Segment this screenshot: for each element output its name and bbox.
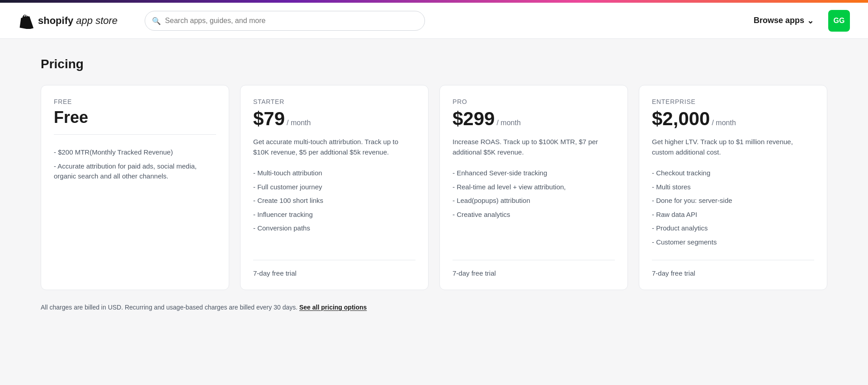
plan-price-amount: $299: [453, 108, 495, 130]
feature-item: - Create 100 short links: [253, 194, 415, 208]
feature-item: - Creative analytics: [453, 208, 615, 222]
feature-item: - $200 MTR(Monthly Tracked Revenue): [54, 146, 216, 160]
page-title: Pricing: [41, 57, 827, 71]
feature-item: - Product analytics: [652, 221, 814, 235]
search-icon: 🔍: [152, 16, 161, 25]
feature-item: - Multi-touch attribution: [253, 166, 415, 180]
main-content: Pricing FREE Free - $200 MTR(Monthly Tra…: [14, 39, 854, 329]
plan-trial: 7-day free trial: [453, 260, 615, 277]
plan-price: Free: [54, 108, 216, 127]
feature-item: - Lead(popups) attribution: [453, 194, 615, 208]
card-divider: [54, 134, 216, 135]
plan-price-row: $299 / month: [453, 108, 615, 130]
plan-card-pro: Pro $299 / month Increase ROAS. Track up…: [439, 85, 628, 290]
search-bar: 🔍: [145, 11, 425, 31]
header-actions: Browse apps ⌄ GG: [748, 10, 850, 32]
plan-description: Get higher LTV. Track up to $1 million r…: [652, 137, 814, 157]
plan-features: - Checkout tracking - Multi stores - Don…: [652, 166, 814, 249]
plan-price-row: $2,000 / month: [652, 108, 814, 130]
logo-italic: app store: [76, 15, 118, 26]
pricing-footer-note: All charges are billed in USD. Recurring…: [41, 304, 827, 311]
feature-item: - Done for you: server-side: [652, 194, 814, 208]
plan-price-row: $79 / month: [253, 108, 415, 130]
site-header: shopify app store 🔍 Browse apps ⌄ GG: [0, 3, 868, 39]
feature-item: - Accurate attribution for paid ads, soc…: [54, 160, 216, 183]
plan-price-period: / month: [712, 119, 736, 127]
plan-card-enterprise: Enterprise $2,000 / month Get higher LTV…: [639, 85, 827, 290]
plan-card-free: FREE Free - $200 MTR(Monthly Tracked Rev…: [41, 85, 229, 290]
user-avatar-button[interactable]: GG: [828, 10, 850, 32]
feature-item: - Checkout tracking: [652, 166, 814, 180]
plan-features: - $200 MTR(Monthly Tracked Revenue) - Ac…: [54, 146, 216, 277]
plan-price-amount: $2,000: [652, 108, 710, 130]
chevron-down-icon: ⌄: [807, 16, 814, 26]
feature-item: - Full customer journey: [253, 180, 415, 194]
feature-item: - Influencer tracking: [253, 208, 415, 222]
plan-description: Get accurate multi-touch attrirbution. T…: [253, 137, 415, 157]
browse-apps-label: Browse apps: [754, 16, 804, 25]
plan-trial: 7-day free trial: [253, 260, 415, 277]
feature-item: - Raw data API: [652, 208, 814, 222]
feature-item: - Enhanced Sever-side tracking: [453, 166, 615, 180]
avatar-initials: GG: [834, 17, 845, 25]
plan-price-period: / month: [496, 119, 520, 127]
plan-trial: 7-day free trial: [652, 260, 814, 277]
plan-tier-label: Enterprise: [652, 98, 814, 105]
plan-price-period: / month: [287, 119, 311, 127]
logo-bold: shopify: [38, 15, 73, 26]
shopify-logo-icon: [18, 13, 34, 29]
search-input[interactable]: [145, 11, 425, 31]
plan-features: - Enhanced Sever-side tracking - Real-ti…: [453, 166, 615, 249]
see-all-pricing-link[interactable]: See all pricing options: [299, 304, 367, 311]
browse-apps-button[interactable]: Browse apps ⌄: [748, 12, 819, 29]
billing-note-text: All charges are billed in USD. Recurring…: [41, 304, 297, 311]
feature-item: - Multi stores: [652, 180, 814, 194]
feature-item: - Customer segments: [652, 235, 814, 249]
plan-price-amount: $79: [253, 108, 285, 130]
feature-item: - Real-time ad level + view attribution,: [453, 180, 615, 194]
logo[interactable]: shopify app store: [18, 13, 118, 29]
plan-tier-label: Starter: [253, 98, 415, 105]
plan-tier-label: Pro: [453, 98, 615, 105]
plan-features: - Multi-touch attribution - Full custome…: [253, 166, 415, 249]
logo-text: shopify app store: [38, 15, 118, 27]
pricing-cards: FREE Free - $200 MTR(Monthly Tracked Rev…: [41, 85, 827, 290]
plan-tier-label: FREE: [54, 98, 216, 105]
feature-item: - Conversion paths: [253, 221, 415, 235]
plan-description: Increase ROAS. Track up to $100K MTR, $7…: [453, 137, 615, 157]
plan-card-starter: Starter $79 / month Get accurate multi-t…: [240, 85, 429, 290]
